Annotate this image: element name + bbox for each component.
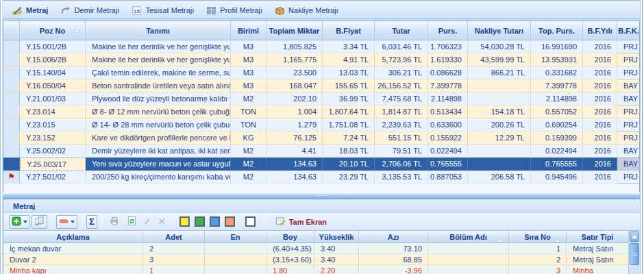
cell-satir[interactable]: Minha — [567, 265, 629, 274]
cell-toppurs[interactable]: 0.557052 — [531, 105, 583, 119]
add-row-button[interactable] — [9, 215, 30, 229]
cell-tutar[interactable]: 1,814.87 TL — [375, 105, 428, 119]
cell-en[interactable] — [205, 254, 267, 265]
cell-toppurs[interactable]: 0.022494 — [531, 145, 583, 158]
table-row[interactable]: Y.23.152Kare ve dikdörtgen profillerle p… — [3, 132, 639, 145]
row-gutter-cell[interactable] — [3, 132, 20, 145]
cell-tutar[interactable]: 551.15 TL — [375, 132, 428, 145]
cell-tanim[interactable]: Ø 14- Ø 28 mm nervürlü beton çelik çubuğ — [86, 119, 231, 132]
cell-bolum[interactable] — [428, 254, 509, 265]
cell-bfyil[interactable]: 2016 — [583, 92, 617, 105]
cell-toplam[interactable]: 1,165.775 — [267, 53, 323, 66]
cell-nakliye[interactable] — [468, 145, 531, 158]
row-gutter-cell[interactable] — [3, 145, 20, 158]
cell-boy[interactable]: (6.40+4.35) — [267, 243, 314, 254]
table-row[interactable]: ⚑Y.27.501/02200/250 kg kireç/çimento kar… — [3, 171, 639, 184]
cell-birim[interactable]: TON — [231, 105, 267, 119]
cell-bfiyat[interactable]: 3.34 TL — [323, 40, 375, 53]
column-header-acik[interactable]: Açıklama — [3, 231, 143, 243]
cell-bfyil[interactable]: 2016 — [583, 158, 617, 171]
color-swatch-button[interactable] — [245, 216, 256, 227]
tab-demir-metraji[interactable]: Demir Metrajı — [58, 3, 129, 18]
column-header-purs[interactable]: Purs. — [428, 21, 468, 40]
cell-purs[interactable]: 0.086628 — [428, 66, 468, 79]
scroll-up-button[interactable] — [630, 232, 639, 242]
table-row[interactable]: Y.23.015Ø 14- Ø 28 mm nervürlü beton çel… — [3, 119, 639, 132]
cell-bfyil[interactable]: 2016 — [583, 79, 617, 92]
cell-azi[interactable]: -3.96 — [359, 265, 428, 274]
column-header-bfyil[interactable]: B.F.Yılı — [583, 21, 617, 40]
cell-birim[interactable]: M2 — [231, 145, 267, 158]
cell-bfk[interactable]: BAY — [617, 145, 640, 158]
column-header-boy[interactable]: Boy — [267, 231, 314, 243]
cell-nakliye[interactable] — [468, 158, 531, 171]
cell-tanim[interactable]: Beton santralinde üretilen veya satın al… — [86, 79, 231, 92]
cell-tanim[interactable]: Makine ile her derinlik ve her genişlikt… — [86, 40, 231, 53]
row-gutter-cell[interactable] — [3, 79, 20, 92]
column-header-bolum[interactable]: Bölüm Adı — [428, 231, 509, 243]
cell-bfiyat[interactable]: 7.24 TL — [323, 132, 375, 145]
cell-bfyil[interactable]: 2016 — [583, 53, 617, 66]
cell-bfyil[interactable]: 2016 — [583, 145, 617, 158]
cell-toplam[interactable]: 1,805.825 — [267, 40, 323, 53]
cell-nakliye[interactable]: 12.29 TL — [468, 132, 531, 145]
table-row[interactable]: Minha kapı11.802.20-3.963Minha — [3, 265, 640, 274]
cell-purs[interactable]: 0.765555 — [428, 158, 468, 171]
cell-tutar[interactable]: 5,723.96 TL — [375, 53, 428, 66]
cell-birim[interactable]: M3 — [231, 53, 267, 66]
cell-tanim[interactable]: 200/250 kg kireç/çimento karışımı kaba v… — [86, 171, 231, 184]
cell-adet[interactable]: 3 — [143, 254, 205, 265]
cell-nakliye[interactable]: 54,030.28 TL — [468, 40, 531, 53]
cell-tutar[interactable]: 6,031.46 TL — [375, 40, 428, 53]
row-gutter-cell[interactable] — [3, 40, 20, 53]
cell-purs[interactable]: 0.022494 — [428, 145, 468, 158]
cell-toplam[interactable]: 23.500 — [267, 66, 323, 79]
cell-poz[interactable]: Y.23.152 — [20, 132, 86, 145]
cell-purs[interactable]: 1.706323 — [428, 40, 468, 53]
cell-bfk[interactable]: PRJ — [617, 119, 640, 132]
table-row[interactable]: Y.15.006/2BMakine ile her derinlik ve he… — [3, 53, 639, 66]
column-header-birim[interactable]: Birimi — [231, 21, 267, 40]
cell-birim[interactable]: M3 — [231, 40, 267, 53]
cell-birim[interactable]: M3 — [231, 79, 267, 92]
cell-nakliye[interactable]: 866.21 TL — [468, 66, 531, 79]
cell-nakliye[interactable]: 154.18 TL — [468, 105, 531, 119]
cell-yukseklik[interactable]: 3.40 — [314, 243, 359, 254]
cell-birim[interactable]: M2 — [231, 171, 267, 184]
cell-boy[interactable]: (3.15+3.60) — [267, 254, 314, 265]
cell-bfk[interactable]: PRJ — [617, 105, 640, 119]
cell-yukseklik[interactable]: 3.40 — [314, 254, 359, 265]
cell-toppurs[interactable]: 13.953931 — [531, 53, 583, 66]
cell-acik[interactable]: Duvar 2 — [3, 254, 143, 265]
cell-bfyil[interactable]: 2016 — [583, 119, 617, 132]
cell-toplam[interactable]: 202.10 — [267, 92, 323, 105]
cell-tanim[interactable]: Demir yüzeylere iki kat antipas, iki kat… — [86, 145, 231, 158]
row-flag-cell[interactable]: ⚑ — [3, 171, 20, 184]
cell-poz[interactable]: Y.25.003/17 — [20, 158, 86, 171]
tab-tesisat-metraji[interactable]: 15 Tesisat Metrajı — [129, 3, 203, 18]
tab-profil-metraji[interactable]: Profil Metrajı — [203, 3, 272, 18]
tab-metraj[interactable]: Metraj — [10, 3, 58, 18]
cell-azi[interactable]: 68.85 — [359, 254, 428, 265]
cell-bfiyat[interactable]: 18.03 TL — [323, 145, 375, 158]
cell-boy[interactable]: 1.80 — [267, 265, 314, 274]
column-header-sira[interactable]: Sıra No — [509, 231, 567, 243]
cell-bfyil[interactable]: 2016 — [583, 40, 617, 53]
cell-nakliye[interactable] — [468, 92, 531, 105]
row-gutter-cell[interactable] — [3, 105, 20, 119]
table-row[interactable]: Y.23.014Ø 8- Ø 12 mm nervürlü beton çeli… — [3, 105, 639, 119]
cell-tutar[interactable]: 2,706.06 TL — [375, 158, 428, 171]
row-gutter-cell[interactable] — [3, 158, 20, 171]
sum-button[interactable]: Σ — [86, 215, 97, 229]
cell-tutar[interactable]: 3,135.53 TL — [375, 171, 428, 184]
cell-satir[interactable]: Metraj Satırı — [567, 254, 629, 265]
cancel-button[interactable]: ✕ — [156, 215, 169, 229]
cell-toppurs[interactable]: 2.114898 — [531, 92, 583, 105]
cell-en[interactable] — [205, 243, 267, 254]
cell-tutar[interactable]: 7,475.68 TL — [375, 92, 428, 105]
confirm-button[interactable]: ✓ — [141, 215, 154, 229]
cell-bfk[interactable]: PRJ — [617, 40, 640, 53]
cell-bolum[interactable] — [428, 265, 509, 274]
cell-toplam[interactable]: 4.41 — [267, 145, 323, 158]
remove-row-button[interactable] — [56, 215, 77, 229]
